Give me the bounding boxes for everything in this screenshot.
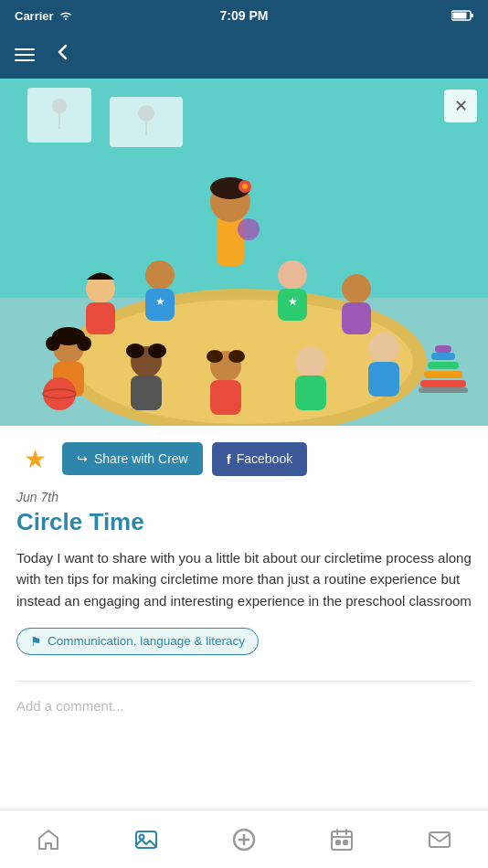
divider	[16, 681, 472, 682]
svg-point-41	[228, 350, 245, 363]
content-area: ★ ↪ Share with Crew f Facebook Jun 7th C…	[0, 426, 488, 810]
article-tag: ⚑ Communication, language & literacy	[16, 628, 259, 655]
svg-point-21	[145, 260, 175, 290]
svg-point-46	[43, 377, 76, 410]
svg-rect-52	[435, 345, 451, 353]
status-bar: Carrier 7:09 PM	[0, 0, 488, 31]
svg-rect-43	[295, 376, 326, 410]
comment-input[interactable]	[16, 694, 472, 723]
carrier-label: Carrier	[15, 9, 54, 23]
action-row: ★ ↪ Share with Crew f Facebook	[16, 440, 472, 477]
svg-rect-35	[131, 376, 162, 410]
share-crew-icon: ↪	[77, 451, 88, 466]
svg-rect-59	[332, 831, 352, 850]
share-crew-button[interactable]: ↪ Share with Crew	[62, 442, 203, 475]
hamburger-menu[interactable]	[15, 48, 35, 61]
home-icon	[36, 827, 61, 852]
add-icon	[231, 827, 257, 852]
battery-icon	[451, 10, 473, 21]
svg-rect-45	[368, 362, 399, 397]
svg-point-37	[148, 344, 166, 358]
svg-point-18	[238, 218, 260, 240]
svg-point-55	[140, 834, 144, 839]
svg-point-17	[242, 184, 248, 189]
svg-rect-51	[431, 353, 455, 360]
status-time: 7:09 PM	[220, 8, 269, 23]
status-right	[451, 10, 473, 21]
mail-icon	[427, 827, 452, 852]
article-body: Today I want to share with you a little …	[16, 547, 472, 611]
svg-point-24	[278, 260, 307, 290]
svg-rect-2	[453, 13, 467, 19]
svg-rect-39	[210, 380, 241, 415]
svg-rect-48	[420, 380, 466, 387]
share-crew-label: Share with Crew	[94, 451, 188, 466]
svg-rect-49	[424, 371, 462, 378]
facebook-label: Facebook	[237, 451, 292, 466]
nav-home[interactable]	[0, 810, 98, 868]
photos-icon	[133, 827, 159, 852]
svg-rect-65	[430, 832, 450, 847]
status-left: Carrier	[15, 9, 73, 23]
svg-rect-63	[336, 841, 340, 844]
svg-rect-20	[86, 302, 115, 334]
hero-image: ✕	[0, 79, 488, 426]
back-button[interactable]	[53, 42, 73, 68]
svg-point-40	[207, 350, 223, 363]
facebook-icon: f	[227, 451, 231, 467]
nav-mail[interactable]	[390, 810, 488, 868]
classroom-illustration: ★ ★	[0, 79, 488, 426]
bottom-nav	[0, 810, 488, 868]
svg-point-6	[52, 99, 67, 113]
article-title: Circle Time	[16, 508, 472, 536]
article-date: Jun 7th	[16, 490, 472, 504]
svg-point-36	[126, 344, 144, 358]
svg-rect-1	[471, 14, 473, 17]
svg-rect-53	[419, 387, 468, 393]
tag-icon: ⚑	[30, 634, 42, 649]
svg-point-33	[52, 327, 85, 345]
wifi-icon	[58, 10, 73, 21]
svg-rect-54	[136, 831, 156, 848]
svg-point-44	[368, 333, 399, 364]
svg-point-8	[138, 105, 154, 122]
star-icon: ★	[24, 444, 47, 474]
svg-rect-64	[344, 841, 347, 844]
tag-label: Communication, language & literacy	[48, 634, 245, 648]
facebook-button[interactable]: f Facebook	[212, 442, 307, 476]
calendar-icon	[329, 827, 355, 852]
nav-calendar[interactable]	[292, 810, 390, 868]
svg-point-27	[342, 274, 371, 303]
svg-text:★: ★	[155, 295, 165, 308]
svg-point-42	[295, 346, 326, 377]
svg-rect-28	[342, 302, 371, 334]
svg-text:★: ★	[288, 295, 298, 308]
nav-bar	[0, 31, 488, 79]
nav-add[interactable]	[196, 810, 293, 868]
star-button[interactable]: ★	[16, 440, 53, 477]
svg-rect-50	[428, 362, 459, 369]
nav-photos[interactable]	[98, 810, 196, 868]
close-button[interactable]: ✕	[444, 90, 477, 122]
